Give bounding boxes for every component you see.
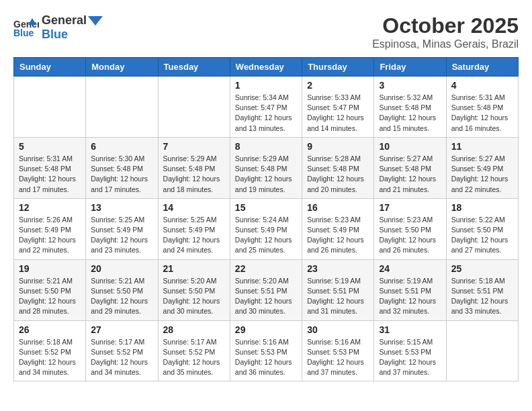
day-info: Sunrise: 5:29 AM Sunset: 5:48 PM Dayligh… xyxy=(163,154,225,195)
weekday-header-sunday: Sunday xyxy=(14,58,86,77)
day-number: 2 xyxy=(307,80,369,91)
month-year-title: October 2025 xyxy=(372,13,519,38)
day-info: Sunrise: 5:29 AM Sunset: 5:48 PM Dayligh… xyxy=(235,154,297,195)
calendar-day-cell: 18Sunrise: 5:22 AM Sunset: 5:50 PM Dayli… xyxy=(446,198,518,259)
day-info: Sunrise: 5:31 AM Sunset: 5:48 PM Dayligh… xyxy=(451,93,513,134)
calendar-day-cell: 6Sunrise: 5:30 AM Sunset: 5:48 PM Daylig… xyxy=(86,137,158,198)
calendar-day-cell: 24Sunrise: 5:19 AM Sunset: 5:51 PM Dayli… xyxy=(374,259,446,320)
day-info: Sunrise: 5:18 AM Sunset: 5:52 PM Dayligh… xyxy=(19,337,81,378)
calendar-day-cell: 16Sunrise: 5:23 AM Sunset: 5:49 PM Dayli… xyxy=(302,198,374,259)
empty-cell xyxy=(446,320,518,381)
day-number: 29 xyxy=(235,324,297,335)
day-info: Sunrise: 5:26 AM Sunset: 5:49 PM Dayligh… xyxy=(19,215,81,256)
day-number: 27 xyxy=(91,324,152,335)
calendar-day-cell: 7Sunrise: 5:29 AM Sunset: 5:48 PM Daylig… xyxy=(158,137,230,198)
day-info: Sunrise: 5:25 AM Sunset: 5:49 PM Dayligh… xyxy=(91,215,152,256)
calendar-day-cell: 14Sunrise: 5:25 AM Sunset: 5:49 PM Dayli… xyxy=(158,198,230,259)
empty-cell xyxy=(86,77,158,138)
page-header: General Blue General Blue October 2025 E… xyxy=(13,13,519,50)
calendar-day-cell: 21Sunrise: 5:20 AM Sunset: 5:50 PM Dayli… xyxy=(158,259,230,320)
day-number: 7 xyxy=(163,141,225,152)
day-info: Sunrise: 5:19 AM Sunset: 5:51 PM Dayligh… xyxy=(307,276,369,317)
day-number: 16 xyxy=(307,202,369,213)
calendar-day-cell: 1Sunrise: 5:34 AM Sunset: 5:47 PM Daylig… xyxy=(230,77,302,138)
day-number: 26 xyxy=(19,324,81,335)
day-info: Sunrise: 5:25 AM Sunset: 5:49 PM Dayligh… xyxy=(163,215,225,256)
calendar-day-cell: 31Sunrise: 5:15 AM Sunset: 5:53 PM Dayli… xyxy=(374,320,446,381)
day-number: 19 xyxy=(19,263,81,274)
empty-cell xyxy=(14,77,86,138)
day-info: Sunrise: 5:32 AM Sunset: 5:48 PM Dayligh… xyxy=(379,93,441,134)
day-number: 17 xyxy=(379,202,441,213)
day-info: Sunrise: 5:27 AM Sunset: 5:48 PM Dayligh… xyxy=(379,154,441,195)
logo-blue-text: Blue xyxy=(42,28,68,41)
day-info: Sunrise: 5:17 AM Sunset: 5:52 PM Dayligh… xyxy=(163,337,225,378)
calendar-week-row: 12Sunrise: 5:26 AM Sunset: 5:49 PM Dayli… xyxy=(14,198,519,259)
location-subtitle: Espinosa, Minas Gerais, Brazil xyxy=(372,38,519,50)
weekday-header-monday: Monday xyxy=(86,58,158,77)
day-info: Sunrise: 5:23 AM Sunset: 5:49 PM Dayligh… xyxy=(307,215,369,256)
calendar-week-row: 1Sunrise: 5:34 AM Sunset: 5:47 PM Daylig… xyxy=(14,77,519,138)
day-info: Sunrise: 5:15 AM Sunset: 5:53 PM Dayligh… xyxy=(379,337,441,378)
day-number: 6 xyxy=(91,141,152,152)
day-info: Sunrise: 5:34 AM Sunset: 5:47 PM Dayligh… xyxy=(235,93,297,134)
logo-icon: General Blue xyxy=(13,17,39,38)
weekday-header-saturday: Saturday xyxy=(446,58,518,77)
calendar-day-cell: 11Sunrise: 5:27 AM Sunset: 5:49 PM Dayli… xyxy=(446,137,518,198)
day-info: Sunrise: 5:30 AM Sunset: 5:48 PM Dayligh… xyxy=(91,154,152,195)
day-number: 1 xyxy=(235,80,297,91)
calendar-week-row: 5Sunrise: 5:31 AM Sunset: 5:48 PM Daylig… xyxy=(14,137,519,198)
day-number: 21 xyxy=(163,263,225,274)
calendar-day-cell: 8Sunrise: 5:29 AM Sunset: 5:48 PM Daylig… xyxy=(230,137,302,198)
empty-cell xyxy=(158,77,230,138)
weekday-header-friday: Friday xyxy=(374,58,446,77)
calendar-day-cell: 25Sunrise: 5:18 AM Sunset: 5:51 PM Dayli… xyxy=(446,259,518,320)
calendar-day-cell: 12Sunrise: 5:26 AM Sunset: 5:49 PM Dayli… xyxy=(14,198,86,259)
calendar-day-cell: 3Sunrise: 5:32 AM Sunset: 5:48 PM Daylig… xyxy=(374,77,446,138)
title-section: October 2025 Espinosa, Minas Gerais, Bra… xyxy=(372,13,519,50)
day-number: 28 xyxy=(163,324,225,335)
day-number: 31 xyxy=(379,324,441,335)
day-info: Sunrise: 5:16 AM Sunset: 5:53 PM Dayligh… xyxy=(307,337,369,378)
day-info: Sunrise: 5:23 AM Sunset: 5:50 PM Dayligh… xyxy=(379,215,441,256)
day-number: 13 xyxy=(91,202,152,213)
calendar-day-cell: 13Sunrise: 5:25 AM Sunset: 5:49 PM Dayli… xyxy=(86,198,158,259)
calendar-day-cell: 28Sunrise: 5:17 AM Sunset: 5:52 PM Dayli… xyxy=(158,320,230,381)
calendar-day-cell: 23Sunrise: 5:19 AM Sunset: 5:51 PM Dayli… xyxy=(302,259,374,320)
logo-arrow-icon xyxy=(88,15,103,27)
day-info: Sunrise: 5:20 AM Sunset: 5:50 PM Dayligh… xyxy=(163,276,225,317)
day-number: 22 xyxy=(235,263,297,274)
day-number: 8 xyxy=(235,141,297,152)
calendar-day-cell: 19Sunrise: 5:21 AM Sunset: 5:50 PM Dayli… xyxy=(14,259,86,320)
day-number: 3 xyxy=(379,80,441,91)
weekday-header-row: SundayMondayTuesdayWednesdayThursdayFrid… xyxy=(14,58,519,77)
day-number: 9 xyxy=(307,141,369,152)
day-number: 11 xyxy=(451,141,513,152)
day-info: Sunrise: 5:33 AM Sunset: 5:47 PM Dayligh… xyxy=(307,93,369,134)
day-info: Sunrise: 5:21 AM Sunset: 5:50 PM Dayligh… xyxy=(19,276,81,317)
logo-general-text: General xyxy=(42,13,87,28)
day-number: 14 xyxy=(163,202,225,213)
day-info: Sunrise: 5:17 AM Sunset: 5:52 PM Dayligh… xyxy=(91,337,152,378)
calendar-day-cell: 20Sunrise: 5:21 AM Sunset: 5:50 PM Dayli… xyxy=(86,259,158,320)
day-info: Sunrise: 5:21 AM Sunset: 5:50 PM Dayligh… xyxy=(91,276,152,317)
day-info: Sunrise: 5:24 AM Sunset: 5:49 PM Dayligh… xyxy=(235,215,297,256)
calendar-day-cell: 9Sunrise: 5:28 AM Sunset: 5:48 PM Daylig… xyxy=(302,137,374,198)
calendar-day-cell: 29Sunrise: 5:16 AM Sunset: 5:53 PM Dayli… xyxy=(230,320,302,381)
logo: General Blue General Blue xyxy=(13,13,103,42)
weekday-header-thursday: Thursday xyxy=(302,58,374,77)
calendar-day-cell: 5Sunrise: 5:31 AM Sunset: 5:48 PM Daylig… xyxy=(14,137,86,198)
svg-marker-3 xyxy=(88,16,103,26)
day-number: 5 xyxy=(19,141,81,152)
day-number: 12 xyxy=(19,202,81,213)
day-number: 30 xyxy=(307,324,369,335)
calendar-week-row: 19Sunrise: 5:21 AM Sunset: 5:50 PM Dayli… xyxy=(14,259,519,320)
day-number: 23 xyxy=(307,263,369,274)
day-number: 10 xyxy=(379,141,441,152)
day-number: 25 xyxy=(451,263,513,274)
day-info: Sunrise: 5:16 AM Sunset: 5:53 PM Dayligh… xyxy=(235,337,297,378)
calendar-day-cell: 10Sunrise: 5:27 AM Sunset: 5:48 PM Dayli… xyxy=(374,137,446,198)
calendar-day-cell: 27Sunrise: 5:17 AM Sunset: 5:52 PM Dayli… xyxy=(86,320,158,381)
day-info: Sunrise: 5:28 AM Sunset: 5:48 PM Dayligh… xyxy=(307,154,369,195)
calendar-day-cell: 22Sunrise: 5:20 AM Sunset: 5:51 PM Dayli… xyxy=(230,259,302,320)
